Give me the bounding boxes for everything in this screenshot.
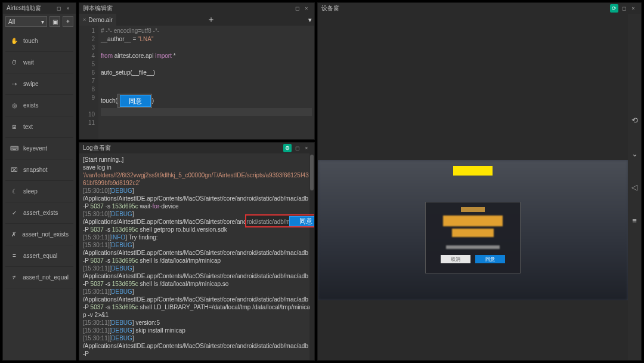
op-label: exists bbox=[23, 102, 39, 109]
editor-panel: 脚本编辑窗 ◻ × × Demo.air ＋ ▾ 1234567891011 bbox=[79, 2, 315, 140]
op-icon: ◎ bbox=[10, 102, 18, 109]
undock-icon[interactable]: ◻ bbox=[293, 4, 301, 13]
op-swipe[interactable]: ⇢swipe bbox=[5, 73, 73, 95]
editor-header: 脚本编辑窗 ◻ × bbox=[79, 3, 314, 14]
tab-close-icon[interactable]: × bbox=[83, 17, 86, 23]
op-icon: ⌨ bbox=[10, 145, 18, 152]
op-label: assert_not_exists bbox=[22, 231, 69, 238]
op-exists[interactable]: ◎exists bbox=[5, 95, 73, 116]
editor-tabs: × Demo.air ＋ ▾ bbox=[79, 14, 314, 26]
line-gutter: 1234567891011 bbox=[79, 26, 98, 139]
device-toolbar: ⟲ ⌄ ◁ ≡ bbox=[628, 14, 641, 360]
op-icon: = bbox=[10, 253, 18, 259]
op-assert_not_equal[interactable]: ≠assert_not_equal bbox=[5, 267, 73, 288]
op-label: sleep bbox=[23, 188, 38, 195]
log-template-image: 同意 bbox=[289, 216, 314, 226]
tab-label: Demo.air bbox=[88, 17, 113, 23]
close-icon[interactable]: × bbox=[629, 4, 637, 13]
device-title: 设备窗 bbox=[321, 4, 339, 13]
op-label: snapshot bbox=[23, 167, 48, 173]
device-refresh-icon[interactable]: ⟳ bbox=[610, 4, 618, 13]
dialog-title bbox=[461, 207, 485, 212]
editor-title: 脚本编辑窗 bbox=[83, 4, 113, 13]
operation-list: ✋touch⏱wait⇢swipe◎exists🗎text⌨keyevent⌧s… bbox=[5, 30, 73, 288]
op-label: wait bbox=[23, 59, 34, 66]
code-editor[interactable]: 1234567891011 # -*- encoding=utf8 -*- __… bbox=[79, 26, 314, 139]
chevron-down-icon[interactable]: ⌄ bbox=[630, 149, 639, 158]
chevron-down-icon: ▾ bbox=[41, 19, 44, 25]
log-panel: Log查看窗 ⚙ ◻ × [Start running..]save log i… bbox=[79, 142, 315, 361]
op-assert_equal[interactable]: =assert_equal bbox=[5, 245, 73, 267]
undock-icon[interactable]: ◻ bbox=[620, 4, 628, 13]
template-image-touch[interactable]: 同意 bbox=[117, 94, 152, 108]
op-icon: ✋ bbox=[10, 38, 18, 44]
undock-icon[interactable]: ◻ bbox=[293, 144, 301, 152]
assistant-header: Airtest辅助窗 ◻ × bbox=[3, 3, 76, 14]
op-label: assert_not_equal bbox=[23, 274, 69, 281]
device-screen[interactable]: 取消 同意 bbox=[318, 160, 628, 300]
tab-add-button[interactable]: ＋ bbox=[205, 14, 218, 25]
device-header: 设备窗 ⟳ ◻ × bbox=[318, 3, 641, 14]
op-icon: ☾ bbox=[10, 188, 18, 195]
op-icon: ≠ bbox=[10, 274, 18, 281]
assistant-filter-label: All bbox=[8, 19, 15, 25]
op-label: touch bbox=[23, 38, 38, 44]
op-label: assert_equal bbox=[23, 253, 57, 259]
op-icon: ✓ bbox=[10, 210, 18, 216]
capture-button[interactable]: ⌖ bbox=[63, 16, 73, 27]
op-text[interactable]: 🗎text bbox=[5, 116, 73, 138]
code-area[interactable]: # -*- encoding=utf8 -*- __author__ = "LN… bbox=[98, 26, 314, 139]
op-icon: ⌧ bbox=[10, 167, 18, 173]
op-label: keyevent bbox=[23, 145, 47, 152]
op-assert_not_exists[interactable]: ✗assert_not_exists bbox=[5, 224, 73, 245]
op-snapshot[interactable]: ⌧snapshot bbox=[5, 159, 73, 181]
game-banner bbox=[453, 166, 493, 176]
op-icon: ⏱ bbox=[10, 59, 18, 66]
close-icon[interactable]: × bbox=[302, 144, 311, 152]
op-touch[interactable]: ✋touch bbox=[5, 30, 73, 52]
op-icon: ✗ bbox=[10, 231, 17, 238]
op-icon: ⇢ bbox=[10, 81, 18, 87]
op-assert_exists[interactable]: ✓assert_exists bbox=[5, 202, 73, 224]
rotate-icon[interactable]: ⟲ bbox=[630, 115, 639, 125]
device-panel: 设备窗 ⟳ ◻ × bbox=[317, 2, 642, 361]
close-icon[interactable]: × bbox=[302, 4, 311, 13]
assistant-panel: Airtest辅助窗 ◻ × All ▾ ▣ ⌖ ✋touch⏱wait⇢swi… bbox=[2, 2, 76, 361]
log-highlight-callout: 同意 bbox=[245, 214, 314, 227]
op-sleep[interactable]: ☾sleep bbox=[5, 181, 73, 202]
undock-icon[interactable]: ◻ bbox=[54, 4, 63, 13]
assistant-title: Airtest辅助窗 bbox=[7, 4, 41, 13]
dialog-text bbox=[446, 245, 500, 249]
device-screen-wrap: 取消 同意 bbox=[318, 14, 628, 360]
op-icon: 🗎 bbox=[10, 124, 18, 130]
dialog-text bbox=[452, 229, 494, 237]
dialog-cancel-button[interactable]: 取消 bbox=[441, 255, 470, 263]
log-header: Log查看窗 ⚙ ◻ × bbox=[79, 143, 314, 153]
log-output[interactable]: [Start running..]save log in'/var/folder… bbox=[79, 153, 314, 360]
back-icon[interactable]: ◁ bbox=[630, 182, 639, 192]
dialog-agree-button[interactable]: 同意 bbox=[475, 255, 505, 263]
op-label: text bbox=[23, 124, 33, 130]
log-scrollbar[interactable] bbox=[309, 153, 314, 360]
log-settings-icon[interactable]: ⚙ bbox=[283, 144, 292, 152]
menu-icon[interactable]: ≡ bbox=[630, 216, 639, 225]
op-keyevent[interactable]: ⌨keyevent bbox=[5, 138, 73, 159]
op-label: swipe bbox=[23, 81, 39, 87]
assistant-filter-dropdown[interactable]: All ▾ bbox=[5, 16, 47, 27]
close-icon[interactable]: × bbox=[64, 4, 72, 13]
log-title: Log查看窗 bbox=[83, 144, 111, 152]
tab-demo[interactable]: × Demo.air bbox=[79, 14, 116, 26]
op-label: assert_exists bbox=[23, 210, 58, 216]
game-dialog: 取消 同意 bbox=[425, 202, 521, 273]
record-button[interactable]: ▣ bbox=[49, 16, 60, 27]
tab-more-button[interactable]: ▾ bbox=[306, 16, 314, 24]
op-wait[interactable]: ⏱wait bbox=[5, 52, 73, 73]
dialog-text bbox=[443, 216, 503, 226]
